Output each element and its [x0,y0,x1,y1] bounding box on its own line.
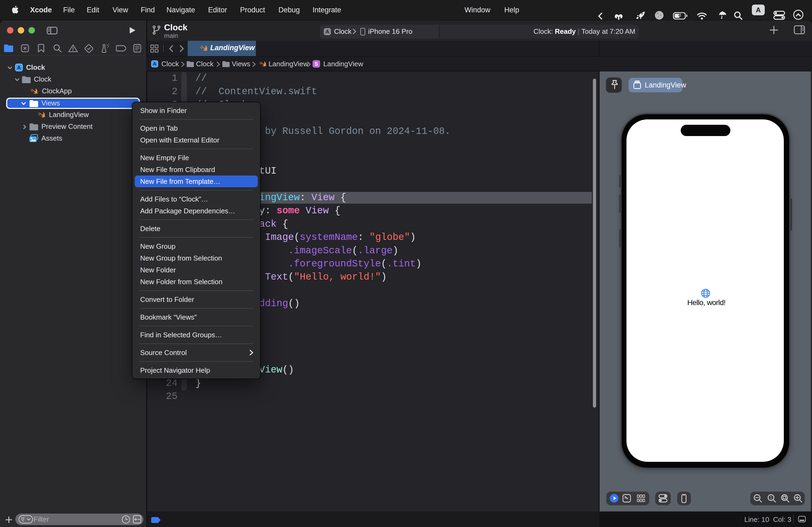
svg-text:1: 1 [770,495,772,500]
